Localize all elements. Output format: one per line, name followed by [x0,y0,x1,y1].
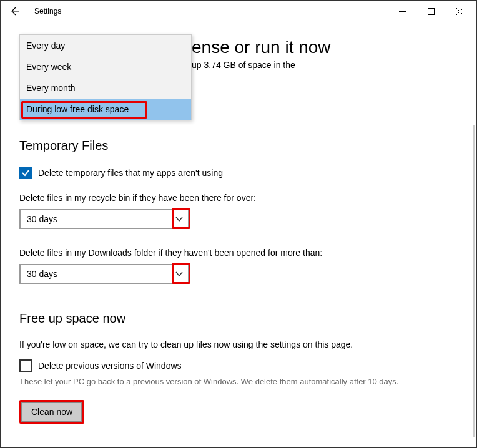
downloads-dropdown[interactable]: 30 days [19,264,189,284]
chevron-down-icon [172,266,187,281]
previous-windows-hint: These let your PC go back to a previous … [19,377,458,386]
delete-previous-windows-checkbox[interactable] [19,359,32,372]
chevron-down-icon [172,212,187,226]
free-up-para: If you're low on space, we can try to cl… [19,339,458,349]
recycle-bin-dropdown[interactable]: 30 days [19,209,189,229]
maximize-button[interactable] [416,2,445,20]
delete-temp-label: Delete temporary files that my apps aren… [38,168,223,178]
downloads-label: Delete files in my Downloads folder if t… [19,248,458,258]
temporary-files-heading: Temporary Files [19,139,458,153]
back-icon[interactable] [9,6,19,16]
scrollbar[interactable] [473,125,475,437]
window-controls [388,2,474,20]
free-up-heading: Free up space now [19,311,458,326]
menu-item-every-day[interactable]: Every day [20,35,191,56]
clean-now-highlight: Clean now [19,400,84,424]
svg-rect-0 [428,8,434,14]
recycle-bin-label: Delete files in my recycle bin if they h… [19,193,458,203]
close-button[interactable] [445,2,474,20]
delete-previous-windows-label: Delete previous versions of Windows [38,361,182,371]
delete-temp-checkbox[interactable] [19,167,32,179]
minimize-button[interactable] [388,2,416,20]
menu-item-every-week[interactable]: Every week [20,56,191,77]
run-frequency-menu: Every day Every week Every month During … [19,34,192,120]
downloads-value: 30 days [27,269,57,279]
menu-item-every-month[interactable]: Every month [20,77,191,99]
titlebar: Settings [1,1,476,22]
window-title: Settings [34,7,61,16]
recycle-bin-value: 30 days [27,214,57,224]
clean-now-button[interactable]: Clean now [21,402,82,422]
menu-item-low-disk-space[interactable]: During low free disk space [20,99,191,120]
